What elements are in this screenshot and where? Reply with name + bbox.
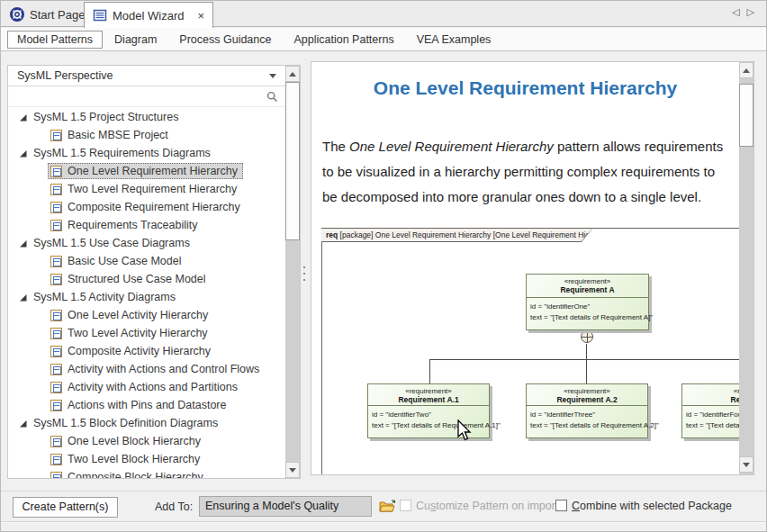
model-wizard-icon — [93, 8, 107, 23]
tree-item-basic-mbse-project[interactable]: Basic MBSE Project — [8, 126, 285, 144]
nav-forward-icon[interactable]: ▷ — [747, 6, 762, 17]
connector-line — [586, 359, 587, 383]
tree-item-label: One Level Activity Hierarchy — [68, 309, 208, 321]
pattern-icon — [50, 382, 62, 393]
requirement-a-box: «requirement» Requirement A id = "identi… — [526, 274, 649, 330]
add-to-label: Add To: — [155, 500, 193, 513]
requirement-a2-box: «requirement» Requirement A.2 id = "iden… — [526, 383, 648, 438]
tree-item-label: Actions with Pins and Datastore — [68, 399, 226, 411]
expanded-arrow-icon — [19, 149, 27, 158]
tree-item-one-level-block-hierarchy[interactable]: One Level Block Hierarchy — [8, 432, 285, 450]
tree-item-label: Structured Use Case Model — [68, 273, 206, 285]
nav-back-icon[interactable]: ◁ — [732, 6, 746, 17]
scroll-up-icon[interactable] — [739, 62, 753, 78]
preview-scroll-thumb[interactable] — [739, 84, 753, 147]
tree-group-sysml-1-5-block-definition-diagrams[interactable]: SysML 1.5 Block Definition Diagrams — [8, 414, 285, 432]
tree-group-label: SysML 1.5 Activity Diagrams — [33, 291, 176, 303]
pattern-icon — [50, 364, 62, 375]
mouse-cursor — [456, 419, 473, 443]
customize-pattern-label: Customize Pattern on import — [416, 500, 558, 512]
tree-item-actions-with-pins-and-datastore[interactable]: Actions with Pins and Datastore — [8, 396, 285, 414]
tree-item-label: Requirements Traceability — [68, 219, 198, 231]
chevron-down-icon — [269, 74, 276, 78]
tree-item-two-level-activity-hierarchy[interactable]: Two Level Activity Hierarchy — [8, 324, 285, 342]
close-tab-icon[interactable]: × — [197, 10, 204, 22]
connector-line — [429, 359, 739, 360]
pattern-icon — [50, 400, 62, 411]
tree-item-activity-with-actions-and-partitions[interactable]: Activity with Actions and Partitions — [8, 378, 285, 396]
tree-scrollbar[interactable] — [285, 66, 300, 478]
tree-group-sysml-1-5-requirements-diagrams[interactable]: SysML 1.5 Requirements Diagrams — [8, 144, 285, 162]
perspective-label: SysML Perspective — [17, 69, 113, 82]
view-tab-diagram[interactable]: Diagram — [104, 32, 167, 48]
expanded-arrow-icon — [19, 419, 27, 428]
pattern-icon — [50, 166, 62, 177]
connector-line — [429, 359, 430, 383]
tree-group-sysml-1-5-project-structures[interactable]: SysML 1.5 Project Structures — [8, 108, 285, 126]
tree-item-requirements-traceability[interactable]: Requirements Traceability — [8, 216, 285, 234]
pattern-icon — [50, 328, 62, 339]
tree-scroll-thumb[interactable] — [285, 82, 300, 240]
tree-item-label: Composite Activity Hierarchy — [68, 345, 211, 357]
connector-line — [586, 344, 587, 359]
perspective-selector[interactable]: SysML Perspective — [8, 66, 285, 86]
tree-group-label: SysML 1.5 Project Structures — [33, 111, 178, 123]
tree-item-two-level-requirement-hierarchy[interactable]: Two Level Requirement Hierarchy — [8, 180, 285, 198]
tree-item-label: One Level Block Hierarchy — [68, 435, 201, 447]
browse-package-button[interactable] — [376, 497, 398, 516]
pattern-description: The One Level Requirement Hierarchy patt… — [322, 134, 733, 210]
combine-package-checkbox[interactable] — [555, 500, 567, 511]
tree-group-sysml-1-5-activity-diagrams[interactable]: SysML 1.5 Activity Diagrams — [8, 288, 285, 306]
preview-scrollbar[interactable] — [739, 62, 753, 474]
requirement-partial-box: «requ Requir id = "identifierFour" text … — [681, 383, 739, 438]
view-tab-bar: Model PatternsDiagramProcess GuidanceApp… — [0, 28, 767, 51]
create-pattern-button[interactable]: Create Pattern(s) — [13, 497, 118, 518]
view-tab-model-patterns[interactable]: Model Patterns — [7, 31, 103, 49]
tree-group-sysml-1-5-use-case-diagrams[interactable]: SysML 1.5 Use Case Diagrams — [8, 234, 285, 252]
tree-item-composite-activity-hierarchy[interactable]: Composite Activity Hierarchy — [8, 342, 285, 360]
tab-start-page-label: Start Page — [30, 8, 85, 22]
tree-item-one-level-activity-hierarchy[interactable]: One Level Activity Hierarchy — [8, 306, 285, 324]
pattern-search[interactable] — [8, 86, 285, 107]
containment-icon — [581, 330, 593, 343]
tree-item-structured-use-case-model[interactable]: Structured Use Case Model — [8, 270, 285, 288]
document-tab-bar: Start Page Model Wizard × ◁▷ — [0, 0, 767, 27]
combine-package-label: Combine with selected Package — [572, 500, 732, 512]
pattern-icon — [50, 220, 62, 231]
tree-item-label: Basic MBSE Project — [68, 129, 168, 141]
pattern-title: One Level Requirement Hierarchy — [311, 77, 739, 99]
view-tab-process-guidance[interactable]: Process Guidance — [168, 32, 282, 48]
scroll-down-icon[interactable] — [739, 456, 753, 473]
tree-item-basic-use-case-model[interactable]: Basic Use Case Model — [8, 252, 285, 270]
tree-group-label: SysML 1.5 Requirements Diagrams — [33, 147, 211, 159]
panel-splitter[interactable] — [303, 266, 306, 284]
sparx-logo-icon — [10, 7, 24, 22]
scroll-up-icon[interactable] — [285, 66, 300, 82]
tree-item-label: Two Level Requirement Hierarchy — [68, 183, 237, 195]
pattern-icon — [50, 346, 62, 357]
scroll-down-icon[interactable] — [285, 462, 300, 478]
tree-item-composite-block-hierarchy[interactable]: Composite Block Hierarchy — [8, 468, 285, 478]
tab-start-page[interactable]: Start Page — [2, 3, 93, 26]
pattern-document: One Level Requirement Hierarchy The One … — [311, 62, 739, 474]
tree-item-label: Composite Requirement Hierarchy — [68, 201, 240, 213]
tab-nav-arrows: ◁▷ — [732, 6, 762, 18]
pattern-tree-panel: SysML Perspective SysML 1.5 Project Stru… — [7, 65, 301, 479]
view-tab-vea-examples[interactable]: VEA Examples — [406, 32, 502, 48]
tree-item-composite-requirement-hierarchy[interactable]: Composite Requirement Hierarchy — [8, 198, 285, 216]
tree-item-one-level-requirement-hierarchy[interactable]: One Level Requirement Hierarchy — [8, 162, 285, 180]
pattern-icon — [50, 256, 62, 267]
pattern-icon — [50, 436, 62, 447]
pattern-icon — [50, 184, 62, 195]
tree-item-label: Activity with Actions and Control Flows — [68, 363, 259, 375]
pattern-icon — [50, 274, 62, 285]
tab-model-wizard[interactable]: Model Wizard × — [84, 2, 213, 28]
pattern-name-italic: One Level Requirement Hierarchy — [349, 139, 554, 154]
pattern-icon — [50, 454, 62, 465]
add-to-field[interactable]: Ensuring a Model's Quality — [199, 496, 372, 517]
tree-item-label: Two Level Block Hierarchy — [68, 453, 200, 465]
diagram-frame-label: req [package] One Level Requirement Hier… — [321, 228, 593, 242]
view-tab-application-patterns[interactable]: Application Patterns — [283, 32, 404, 48]
tree-item-two-level-block-hierarchy[interactable]: Two Level Block Hierarchy — [8, 450, 285, 468]
tree-item-activity-with-actions-and-control-flows[interactable]: Activity with Actions and Control Flows — [8, 360, 285, 378]
